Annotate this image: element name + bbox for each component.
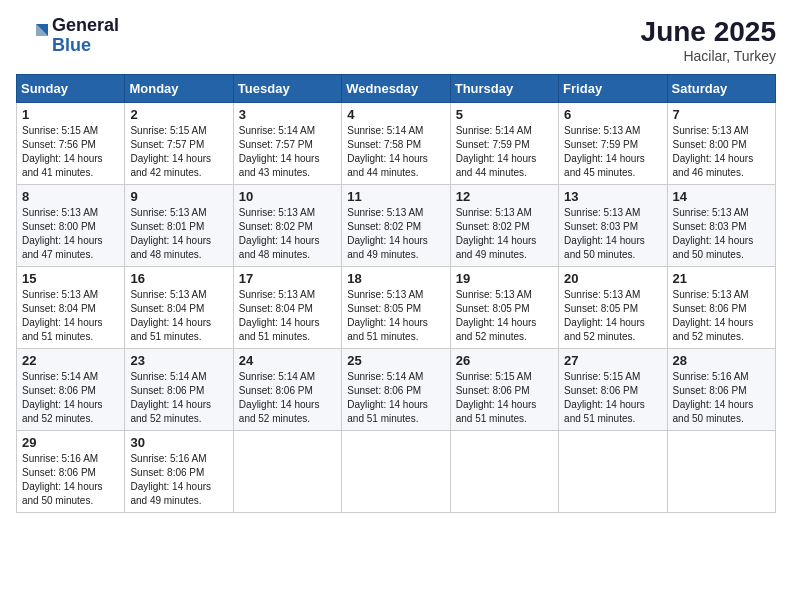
day-info: Sunrise: 5:16 AMSunset: 8:06 PMDaylight:… xyxy=(22,453,103,506)
day-info: Sunrise: 5:14 AMSunset: 8:06 PMDaylight:… xyxy=(239,371,320,424)
calendar-week-row: 15 Sunrise: 5:13 AMSunset: 8:04 PMDaylig… xyxy=(17,267,776,349)
title-block: June 2025 Hacilar, Turkey xyxy=(641,16,776,64)
day-number: 23 xyxy=(130,353,227,368)
empty-cell xyxy=(450,431,558,513)
calendar-day-cell: 10 Sunrise: 5:13 AMSunset: 8:02 PMDaylig… xyxy=(233,185,341,267)
day-info: Sunrise: 5:13 AMSunset: 8:02 PMDaylight:… xyxy=(347,207,428,260)
day-info: Sunrise: 5:13 AMSunset: 8:05 PMDaylight:… xyxy=(564,289,645,342)
day-info: Sunrise: 5:15 AMSunset: 7:56 PMDaylight:… xyxy=(22,125,103,178)
calendar-week-row: 22 Sunrise: 5:14 AMSunset: 8:06 PMDaylig… xyxy=(17,349,776,431)
logo-blue: Blue xyxy=(52,35,91,55)
day-info: Sunrise: 5:13 AMSunset: 8:04 PMDaylight:… xyxy=(239,289,320,342)
calendar-day-cell: 29 Sunrise: 5:16 AMSunset: 8:06 PMDaylig… xyxy=(17,431,125,513)
day-number: 15 xyxy=(22,271,119,286)
day-info: Sunrise: 5:13 AMSunset: 8:02 PMDaylight:… xyxy=(456,207,537,260)
calendar-day-cell: 27 Sunrise: 5:15 AMSunset: 8:06 PMDaylig… xyxy=(559,349,667,431)
empty-cell xyxy=(233,431,341,513)
col-monday: Monday xyxy=(125,75,233,103)
calendar-week-row: 29 Sunrise: 5:16 AMSunset: 8:06 PMDaylig… xyxy=(17,431,776,513)
day-info: Sunrise: 5:13 AMSunset: 8:02 PMDaylight:… xyxy=(239,207,320,260)
calendar-table: Sunday Monday Tuesday Wednesday Thursday… xyxy=(16,74,776,513)
day-info: Sunrise: 5:13 AMSunset: 7:59 PMDaylight:… xyxy=(564,125,645,178)
day-number: 19 xyxy=(456,271,553,286)
day-number: 5 xyxy=(456,107,553,122)
day-number: 11 xyxy=(347,189,444,204)
empty-cell xyxy=(342,431,450,513)
day-number: 16 xyxy=(130,271,227,286)
calendar-day-cell: 8 Sunrise: 5:13 AMSunset: 8:00 PMDayligh… xyxy=(17,185,125,267)
day-info: Sunrise: 5:14 AMSunset: 7:57 PMDaylight:… xyxy=(239,125,320,178)
day-number: 9 xyxy=(130,189,227,204)
day-info: Sunrise: 5:15 AMSunset: 7:57 PMDaylight:… xyxy=(130,125,211,178)
day-info: Sunrise: 5:13 AMSunset: 8:05 PMDaylight:… xyxy=(347,289,428,342)
day-number: 20 xyxy=(564,271,661,286)
calendar-week-row: 1 Sunrise: 5:15 AMSunset: 7:56 PMDayligh… xyxy=(17,103,776,185)
empty-cell xyxy=(559,431,667,513)
calendar-day-cell: 5 Sunrise: 5:14 AMSunset: 7:59 PMDayligh… xyxy=(450,103,558,185)
calendar-day-cell: 4 Sunrise: 5:14 AMSunset: 7:58 PMDayligh… xyxy=(342,103,450,185)
day-info: Sunrise: 5:16 AMSunset: 8:06 PMDaylight:… xyxy=(130,453,211,506)
day-number: 4 xyxy=(347,107,444,122)
day-number: 28 xyxy=(673,353,770,368)
calendar-day-cell: 24 Sunrise: 5:14 AMSunset: 8:06 PMDaylig… xyxy=(233,349,341,431)
calendar-day-cell: 6 Sunrise: 5:13 AMSunset: 7:59 PMDayligh… xyxy=(559,103,667,185)
day-info: Sunrise: 5:13 AMSunset: 8:00 PMDaylight:… xyxy=(673,125,754,178)
day-info: Sunrise: 5:14 AMSunset: 8:06 PMDaylight:… xyxy=(347,371,428,424)
day-number: 27 xyxy=(564,353,661,368)
day-info: Sunrise: 5:13 AMSunset: 8:03 PMDaylight:… xyxy=(564,207,645,260)
calendar-day-cell: 14 Sunrise: 5:13 AMSunset: 8:03 PMDaylig… xyxy=(667,185,775,267)
day-info: Sunrise: 5:13 AMSunset: 8:04 PMDaylight:… xyxy=(22,289,103,342)
day-number: 1 xyxy=(22,107,119,122)
calendar-day-cell: 15 Sunrise: 5:13 AMSunset: 8:04 PMDaylig… xyxy=(17,267,125,349)
day-number: 21 xyxy=(673,271,770,286)
calendar-day-cell: 1 Sunrise: 5:15 AMSunset: 7:56 PMDayligh… xyxy=(17,103,125,185)
calendar-day-cell: 23 Sunrise: 5:14 AMSunset: 8:06 PMDaylig… xyxy=(125,349,233,431)
day-info: Sunrise: 5:14 AMSunset: 7:59 PMDaylight:… xyxy=(456,125,537,178)
calendar-day-cell: 13 Sunrise: 5:13 AMSunset: 8:03 PMDaylig… xyxy=(559,185,667,267)
day-number: 17 xyxy=(239,271,336,286)
calendar-day-cell: 16 Sunrise: 5:13 AMSunset: 8:04 PMDaylig… xyxy=(125,267,233,349)
calendar-day-cell: 12 Sunrise: 5:13 AMSunset: 8:02 PMDaylig… xyxy=(450,185,558,267)
day-number: 22 xyxy=(22,353,119,368)
day-info: Sunrise: 5:14 AMSunset: 8:06 PMDaylight:… xyxy=(130,371,211,424)
col-saturday: Saturday xyxy=(667,75,775,103)
day-number: 25 xyxy=(347,353,444,368)
day-info: Sunrise: 5:13 AMSunset: 8:01 PMDaylight:… xyxy=(130,207,211,260)
day-info: Sunrise: 5:13 AMSunset: 8:00 PMDaylight:… xyxy=(22,207,103,260)
logo-text: General Blue xyxy=(52,16,119,56)
calendar-day-cell: 19 Sunrise: 5:13 AMSunset: 8:05 PMDaylig… xyxy=(450,267,558,349)
calendar-day-cell: 22 Sunrise: 5:14 AMSunset: 8:06 PMDaylig… xyxy=(17,349,125,431)
day-info: Sunrise: 5:13 AMSunset: 8:06 PMDaylight:… xyxy=(673,289,754,342)
col-sunday: Sunday xyxy=(17,75,125,103)
calendar-day-cell: 28 Sunrise: 5:16 AMSunset: 8:06 PMDaylig… xyxy=(667,349,775,431)
col-friday: Friday xyxy=(559,75,667,103)
logo-icon xyxy=(16,20,48,52)
day-number: 14 xyxy=(673,189,770,204)
day-number: 13 xyxy=(564,189,661,204)
calendar-day-cell: 30 Sunrise: 5:16 AMSunset: 8:06 PMDaylig… xyxy=(125,431,233,513)
day-info: Sunrise: 5:13 AMSunset: 8:03 PMDaylight:… xyxy=(673,207,754,260)
day-number: 29 xyxy=(22,435,119,450)
logo: General Blue xyxy=(16,16,119,56)
day-number: 24 xyxy=(239,353,336,368)
day-info: Sunrise: 5:16 AMSunset: 8:06 PMDaylight:… xyxy=(673,371,754,424)
day-number: 30 xyxy=(130,435,227,450)
calendar-day-cell: 7 Sunrise: 5:13 AMSunset: 8:00 PMDayligh… xyxy=(667,103,775,185)
day-info: Sunrise: 5:13 AMSunset: 8:05 PMDaylight:… xyxy=(456,289,537,342)
day-number: 3 xyxy=(239,107,336,122)
month-year: June 2025 xyxy=(641,16,776,48)
day-number: 2 xyxy=(130,107,227,122)
day-info: Sunrise: 5:13 AMSunset: 8:04 PMDaylight:… xyxy=(130,289,211,342)
calendar-day-cell: 11 Sunrise: 5:13 AMSunset: 8:02 PMDaylig… xyxy=(342,185,450,267)
location: Hacilar, Turkey xyxy=(641,48,776,64)
calendar-day-cell: 2 Sunrise: 5:15 AMSunset: 7:57 PMDayligh… xyxy=(125,103,233,185)
calendar-week-row: 8 Sunrise: 5:13 AMSunset: 8:00 PMDayligh… xyxy=(17,185,776,267)
calendar-header-row: Sunday Monday Tuesday Wednesday Thursday… xyxy=(17,75,776,103)
col-thursday: Thursday xyxy=(450,75,558,103)
calendar-day-cell: 26 Sunrise: 5:15 AMSunset: 8:06 PMDaylig… xyxy=(450,349,558,431)
day-number: 12 xyxy=(456,189,553,204)
page-header: General Blue June 2025 Hacilar, Turkey xyxy=(16,16,776,64)
calendar-day-cell: 18 Sunrise: 5:13 AMSunset: 8:05 PMDaylig… xyxy=(342,267,450,349)
day-info: Sunrise: 5:15 AMSunset: 8:06 PMDaylight:… xyxy=(564,371,645,424)
day-number: 6 xyxy=(564,107,661,122)
